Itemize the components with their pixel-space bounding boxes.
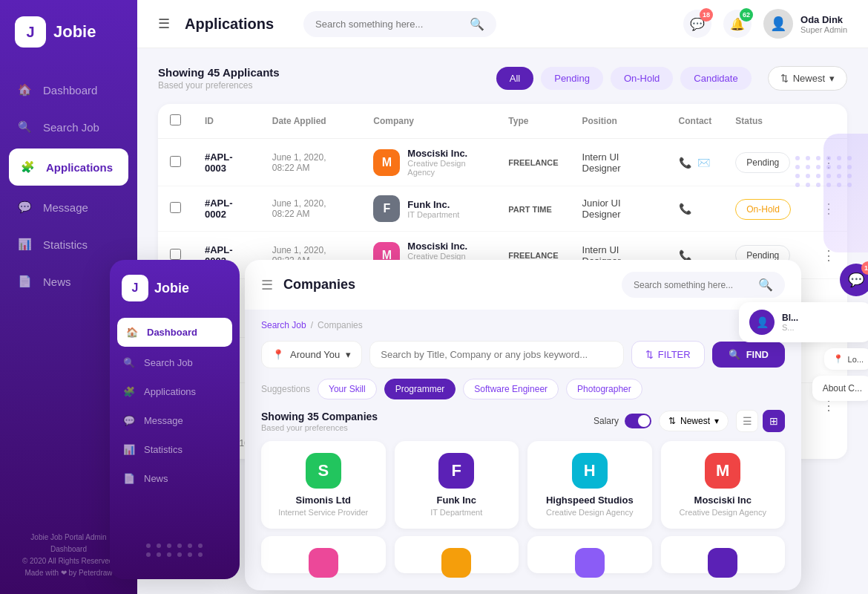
- company-card[interactable]: S Simonis Ltd Internet Service Provider: [261, 441, 386, 529]
- sidebar-item-message[interactable]: 💬 Message: [0, 189, 137, 226]
- bell-notification-btn[interactable]: 🔔 62: [723, 10, 752, 38]
- puzzle-icon: 🧩: [19, 159, 36, 175]
- filter-pending[interactable]: Pending: [541, 67, 603, 90]
- chat-preview-item[interactable]: 👤 Bl... S...: [739, 302, 868, 342]
- overlay-logo: J Jobie: [110, 275, 240, 316]
- sidebar-label-message: Message: [43, 201, 88, 214]
- overlay-nav-news[interactable]: 📄 News: [110, 464, 240, 493]
- applicants-title: Showing 45 Applicants: [158, 66, 280, 79]
- bell-badge: 62: [740, 8, 753, 22]
- company-card[interactable]: [261, 536, 386, 573]
- grid-view-btn[interactable]: ⊞: [763, 410, 785, 432]
- company-card[interactable]: [661, 536, 786, 573]
- breadcrumb-separator: /: [311, 320, 313, 330]
- tag-programmer[interactable]: Programmer: [384, 379, 456, 399]
- chevron-down-icon: ▾: [346, 349, 351, 360]
- list-view-btn[interactable]: ☰: [736, 410, 758, 432]
- sidebar-item-statistics[interactable]: 📊 Statistics: [0, 226, 137, 263]
- row-contact: 📞 ✉️: [667, 139, 724, 186]
- row-checkbox[interactable]: [170, 249, 181, 260]
- company-dept: Creative Design Agency: [407, 159, 484, 177]
- email-icon[interactable]: ✉️: [697, 157, 710, 169]
- companies-body: Search Job / Companies 📍 Around You ▾ ⇅ …: [245, 310, 801, 590]
- header-search-icon: 🔍: [470, 17, 484, 31]
- companies-menu-icon[interactable]: ☰: [261, 277, 273, 293]
- tag-photographer[interactable]: Photographer: [566, 379, 642, 399]
- company-card[interactable]: [395, 536, 519, 573]
- filter-all[interactable]: All: [496, 67, 533, 90]
- home-icon: 🏠: [16, 82, 33, 98]
- phone-icon[interactable]: 📞: [679, 157, 691, 169]
- filter-icon: ⇅: [645, 349, 654, 360]
- user-name: Oda Dink: [800, 14, 847, 25]
- overlay-nav: 🏠 Dashboard 🔍 Search Job 🧩 Applications …: [110, 316, 240, 536]
- filter-candidate[interactable]: Candidate: [680, 67, 751, 90]
- row-checkbox[interactable]: [170, 156, 181, 167]
- chat-notification-btn[interactable]: 💬 18: [683, 10, 711, 38]
- location-mini: 📍 Lo...: [824, 348, 868, 370]
- company-card[interactable]: M Mosciski Inc Creative Design Agency: [661, 441, 786, 529]
- companies-sort-select[interactable]: ⇅ Newest ▾: [659, 411, 729, 431]
- overlay-puzzle-icon: 🧩: [123, 386, 135, 397]
- select-all-checkbox[interactable]: [170, 114, 181, 125]
- company-card[interactable]: H Highspeed Studios Creative Design Agen…: [527, 441, 652, 529]
- companies-count-sub: Based your preferences: [261, 423, 378, 432]
- company-card[interactable]: [527, 536, 652, 573]
- company-card[interactable]: F Funk Inc IT Department: [395, 441, 519, 529]
- overlay-nav-dashboard[interactable]: 🏠 Dashboard: [117, 318, 232, 347]
- company-card-logo: [708, 548, 737, 578]
- user-details: Oda Dink Super Admin: [800, 14, 847, 34]
- companies-search-input[interactable]: [634, 280, 752, 290]
- breadcrumb: Search Job / Companies: [261, 320, 785, 330]
- sidebar-item-applications[interactable]: 🧩 Applications: [9, 148, 128, 186]
- col-company: Company: [361, 104, 496, 139]
- footer-line2: © 2020 All Rights Reserved.: [15, 555, 122, 567]
- overlay-search-icon: 🔍: [123, 357, 135, 368]
- right-chat-btn[interactable]: 💬 18: [840, 264, 868, 296]
- chat-sub: S...: [782, 323, 798, 332]
- company-card-logo: [309, 548, 338, 578]
- col-date: Date Applied: [260, 104, 362, 139]
- sidebar-label-news: News: [43, 275, 71, 288]
- page-title: Applications: [185, 16, 274, 33]
- overlay-applications-label: Applications: [144, 386, 196, 397]
- salary-toggle-switch[interactable]: [625, 414, 651, 428]
- col-status: Status: [723, 104, 810, 139]
- chat-badge: 18: [700, 8, 713, 22]
- row-position: Intern UI Designer: [571, 139, 667, 186]
- overlay-nav-statistics[interactable]: 📊 Statistics: [110, 435, 240, 464]
- header-search-input[interactable]: [315, 19, 464, 30]
- table-row: #APL-0002 June 1, 2020, 08:22 AM F Funk …: [158, 186, 847, 232]
- tag-your-skill[interactable]: Your Skill: [318, 379, 377, 399]
- company-card-logo: H: [572, 453, 608, 489]
- filter-onhold[interactable]: On-Hold: [611, 67, 673, 90]
- keyword-input[interactable]: [369, 341, 624, 368]
- applicants-header: Showing 45 Applicants Based your prefere…: [158, 66, 847, 91]
- sidebar-item-search-job[interactable]: 🔍 Search Job: [0, 108, 137, 146]
- location-select[interactable]: 📍 Around You ▾: [261, 341, 362, 368]
- overlay-nav-message[interactable]: 💬 Message: [110, 406, 240, 435]
- row-checkbox[interactable]: [170, 202, 181, 213]
- breadcrumb-search-job[interactable]: Search Job: [261, 320, 306, 330]
- sort-button[interactable]: ⇅ Newest ▾: [768, 66, 847, 91]
- overlay-logo-icon: J: [122, 275, 148, 301]
- table-row: #APL-0003 June 1, 2020, 08:22 AM M Mosci…: [158, 139, 847, 186]
- sidebar-item-dashboard[interactable]: 🏠 Dashboard: [0, 71, 137, 108]
- filter-button[interactable]: ⇅ FILTER: [631, 341, 705, 368]
- location-label: Around You: [290, 349, 340, 360]
- phone-icon[interactable]: 📞: [679, 203, 691, 215]
- row-status: On-Hold: [723, 186, 810, 232]
- company-card-name: Highspeed Studios: [539, 495, 640, 506]
- applicants-sub: Based your preferences: [158, 80, 280, 91]
- tag-software-engineer[interactable]: Software Engineer: [463, 379, 559, 399]
- overlay-nav-search-job[interactable]: 🔍 Search Job: [110, 348, 240, 377]
- header: ☰ Applications 🔍 💬 18 🔔 62 👤 Oda Dink Su…: [137, 0, 868, 48]
- chat-name: Bl...: [782, 313, 798, 323]
- company-card-dept: Internet Service Provider: [273, 508, 374, 517]
- companies-search-bar-row: 📍 Around You ▾ ⇅ FILTER 🔍 FIND: [261, 341, 785, 368]
- overlay-nav-applications[interactable]: 🧩 Applications: [110, 377, 240, 406]
- breadcrumb-companies: Companies: [318, 320, 363, 330]
- companies-count-row: Showing 35 Companies Based your preferen…: [261, 410, 785, 432]
- company-name: Mosciski Inc.: [407, 148, 484, 159]
- menu-toggle[interactable]: ☰: [158, 16, 170, 32]
